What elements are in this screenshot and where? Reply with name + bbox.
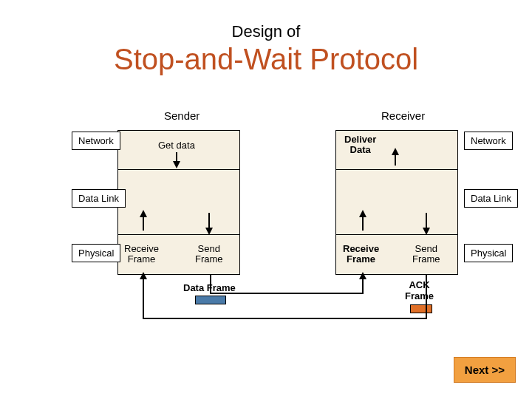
sender-down-arrow-line [208,213,210,229]
sender-receive-frame-text: Receive Frame [124,244,159,264]
receiver-up-arrow-head [359,210,366,217]
sender-datalink-box [117,170,240,235]
next-button[interactable]: Next >> [454,357,516,383]
data-channel-seg2 [210,293,362,294]
layer-label-physical-right: Physical [464,244,513,262]
title-small: Design of [0,22,532,41]
data-channel-arrow-head [359,272,366,279]
receiver-deliver-arrow-head [392,148,399,155]
sender-up-arrow-head [140,210,147,217]
data-channel-seg3 [362,278,364,294]
receiver-receive-frame-text: Receive Frame [343,244,379,264]
receiver-up-arrow-line [362,216,364,231]
receiver-deliver-data-text: Deliver Data [344,134,376,154]
sender-send-frame-text: Send Frame [195,244,223,264]
layer-label-network-right: Network [464,132,513,150]
receiver-deliver-arrow-line [395,154,396,166]
data-channel-seg1 [210,275,211,293]
receiver-down-arrow-head [423,228,430,235]
sender-down-arrow-head [205,228,213,235]
ack-channel-seg1 [426,275,427,318]
receiver-send-frame-text: Send Frame [412,244,440,264]
ack-channel-seg2 [143,318,427,319]
layer-label-network-left: Network [72,132,120,150]
ack-frame-packet-icon [410,304,432,313]
sender-get-data-arrow-head [173,161,180,168]
sender-up-arrow-line [143,216,144,231]
receiver-down-arrow-line [426,213,427,229]
column-label-sender: Sender [164,109,200,122]
ack-channel-arrow-head [140,272,147,279]
layer-label-physical-left: Physical [72,244,120,262]
ack-channel-seg3 [143,278,144,319]
layer-label-datalink-right: Data Link [464,189,518,208]
layer-label-datalink-left: Data Link [72,189,126,208]
title-big: Stop-and-Wait Protocol [0,43,532,76]
receiver-datalink-box [335,170,458,235]
column-label-receiver: Receiver [381,109,425,122]
sender-get-data-text: Get data [158,140,195,151]
data-frame-packet-icon [195,296,226,304]
ack-frame-label: ACK Frame [405,279,434,301]
